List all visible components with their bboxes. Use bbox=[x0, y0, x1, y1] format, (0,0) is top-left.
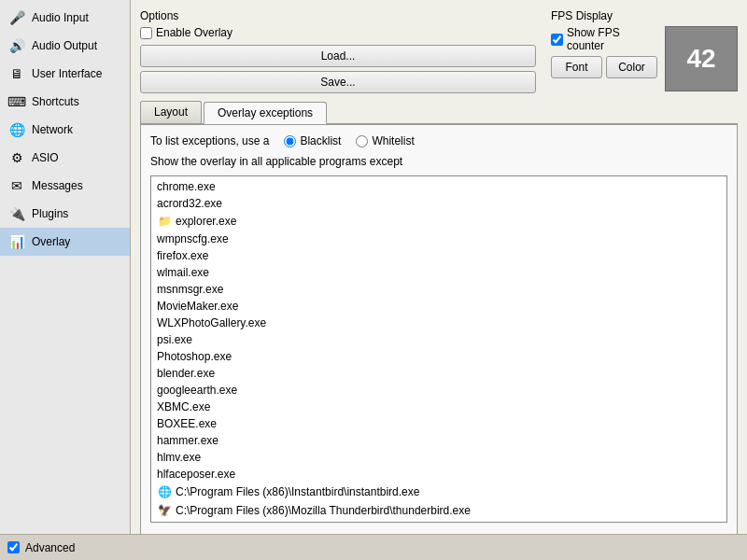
list-item[interactable]: XBMC.exe bbox=[153, 399, 725, 415]
sidebar-label-plugins: Plugins bbox=[32, 207, 68, 220]
exception-list[interactable]: chrome.exeacrord32.exe📁explorer.exewmpns… bbox=[150, 175, 727, 523]
list-item-name: hlfaceposer.exe bbox=[157, 468, 235, 481]
asio-icon: ⚙ bbox=[7, 148, 26, 167]
enable-overlay-row: Enable Overlay bbox=[140, 26, 536, 39]
list-item[interactable]: blender.exe bbox=[153, 365, 725, 382]
sidebar-label-asio: ASIO bbox=[32, 151, 59, 164]
options-title: Options bbox=[140, 9, 536, 22]
list-item-name: WLXPhotoGallery.exe bbox=[157, 316, 266, 329]
list-item-name: C:\Program Files (x86)\Mozilla Thunderbi… bbox=[176, 504, 471, 517]
fps-title: FPS Display bbox=[551, 9, 738, 22]
list-item[interactable]: wlmail.exe bbox=[153, 264, 725, 281]
audio-input-icon: 🎤 bbox=[7, 8, 26, 27]
list-item-name: psi.exe bbox=[157, 333, 192, 346]
sidebar-label-messages: Messages bbox=[32, 179, 83, 192]
fps-color-button[interactable]: Color bbox=[606, 56, 657, 78]
options-buttons: Load... Save... bbox=[140, 45, 536, 93]
top-row: Options Enable Overlay Load... Save... F… bbox=[140, 9, 738, 93]
options-section: Options Enable Overlay Load... Save... bbox=[140, 9, 536, 93]
load-button[interactable]: Load... bbox=[140, 45, 536, 67]
list-item-name: explorer.exe bbox=[176, 215, 236, 228]
tabs-row: Layout Overlay exceptions bbox=[140, 101, 738, 124]
sidebar-item-user-interface[interactable]: 🖥User Interface bbox=[0, 60, 130, 88]
fps-inner: Show FPS counter Font Color 42 bbox=[551, 26, 738, 91]
user-interface-icon: 🖥 bbox=[7, 64, 26, 83]
sidebar-label-network: Network bbox=[32, 123, 73, 136]
list-item-name: chrome.exe bbox=[157, 180, 216, 193]
list-item[interactable]: 🌐C:\Program Files (x86)\Instantbird\inst… bbox=[153, 483, 725, 501]
list-item[interactable]: Photoshop.exe bbox=[153, 348, 725, 365]
list-item[interactable]: firefox.exe bbox=[153, 247, 725, 264]
sidebar: 🎤Audio Input🔊Audio Output🖥User Interface… bbox=[0, 0, 131, 534]
list-item-name: MovieMaker.exe bbox=[157, 300, 238, 313]
sidebar-label-user-interface: User Interface bbox=[32, 67, 102, 80]
advanced-checkbox[interactable] bbox=[7, 541, 20, 553]
show-fps-row: Show FPS counter bbox=[551, 26, 657, 52]
tab-overlay-exceptions[interactable]: Overlay exceptions bbox=[204, 102, 327, 124]
sidebar-item-audio-input[interactable]: 🎤Audio Input bbox=[0, 4, 130, 32]
network-icon: 🌐 bbox=[7, 120, 26, 139]
overlay-exceptions-panel: To list exceptions, use a Blacklist Whit… bbox=[140, 124, 738, 534]
list-item[interactable]: 🦅C:\Program Files (x86)\Mozilla Thunderb… bbox=[153, 501, 725, 520]
sidebar-label-shortcuts: Shortcuts bbox=[32, 95, 79, 108]
list-item[interactable]: wmpnscfg.exe bbox=[153, 231, 725, 247]
list-item-name: BOXEE.exe bbox=[157, 417, 217, 430]
tab-layout[interactable]: Layout bbox=[140, 101, 202, 123]
list-item-name: Photoshop.exe bbox=[157, 350, 232, 363]
list-item-icon: 🌐 bbox=[157, 484, 172, 499]
list-item[interactable]: hlmv.exe bbox=[153, 449, 725, 466]
list-item-name: blender.exe bbox=[157, 367, 215, 380]
fps-section: FPS Display Show FPS counter Font Color bbox=[551, 9, 738, 93]
list-item[interactable]: BOXEE.exe bbox=[153, 415, 725, 432]
content-area: Options Enable Overlay Load... Save... F… bbox=[131, 0, 747, 534]
list-item-name: wmpnscfg.exe bbox=[157, 232, 229, 245]
save-button[interactable]: Save... bbox=[140, 71, 536, 93]
list-type-row: To list exceptions, use a Blacklist Whit… bbox=[150, 134, 727, 147]
list-item[interactable]: 📁explorer.exe bbox=[153, 212, 725, 231]
list-item-name: XBMC.exe bbox=[157, 400, 210, 413]
sidebar-item-overlay[interactable]: 📊Overlay bbox=[0, 228, 130, 256]
audio-output-icon: 🔊 bbox=[7, 36, 26, 55]
shortcuts-icon: ⌨ bbox=[7, 92, 26, 111]
enable-overlay-checkbox[interactable] bbox=[140, 27, 152, 39]
list-item[interactable]: hammer.exe bbox=[153, 432, 725, 449]
fps-font-button[interactable]: Font bbox=[551, 56, 602, 78]
list-item[interactable]: msnmsgr.exe bbox=[153, 281, 725, 298]
list-item[interactable]: googleearth.exe bbox=[153, 382, 725, 399]
list-item-name: msnmsgr.exe bbox=[157, 283, 223, 296]
list-item[interactable]: WLXPhotoGallery.exe bbox=[153, 315, 725, 331]
list-item[interactable]: psi.exe bbox=[153, 331, 725, 348]
whitelist-radio[interactable] bbox=[356, 135, 368, 147]
list-item-name: hammer.exe bbox=[157, 434, 218, 447]
enable-overlay-label: Enable Overlay bbox=[156, 26, 233, 39]
list-item[interactable]: hlfaceposer.exe bbox=[153, 466, 725, 483]
fps-value: 42 bbox=[686, 44, 715, 74]
sidebar-label-audio-output: Audio Output bbox=[32, 39, 97, 52]
sidebar-item-audio-output[interactable]: 🔊Audio Output bbox=[0, 32, 130, 60]
overlay-icon: 📊 bbox=[7, 232, 26, 251]
advanced-label: Advanced bbox=[25, 541, 75, 554]
sidebar-label-audio-input: Audio Input bbox=[32, 11, 89, 24]
list-item[interactable]: acrord32.exe bbox=[153, 195, 725, 212]
sidebar-label-overlay: Overlay bbox=[32, 235, 70, 248]
list-item-name: googleearth.exe bbox=[157, 384, 237, 397]
blacklist-radio[interactable] bbox=[284, 135, 296, 147]
list-item[interactable]: MovieMaker.exe bbox=[153, 298, 725, 315]
show-fps-label: Show FPS counter bbox=[567, 26, 657, 52]
sidebar-item-plugins[interactable]: 🔌Plugins bbox=[0, 200, 130, 228]
whitelist-option: Whitelist bbox=[356, 134, 414, 147]
sidebar-item-network[interactable]: 🌐Network bbox=[0, 116, 130, 144]
list-item-name: acrord32.exe bbox=[157, 197, 222, 210]
show-fps-checkbox[interactable] bbox=[551, 34, 563, 46]
list-item-name: C:\Program Files (x86)\Instantbird\insta… bbox=[176, 485, 419, 498]
list-item[interactable]: chrome.exe bbox=[153, 178, 725, 195]
sidebar-item-messages[interactable]: ✉Messages bbox=[0, 172, 130, 200]
sidebar-item-shortcuts[interactable]: ⌨Shortcuts bbox=[0, 88, 130, 116]
blacklist-option: Blacklist bbox=[284, 134, 341, 147]
sidebar-item-asio[interactable]: ⚙ASIO bbox=[0, 144, 130, 172]
list-item-icon: 📁 bbox=[157, 214, 172, 229]
show-overlay-label: Show the overlay in all applicable progr… bbox=[150, 155, 727, 168]
list-item-name: firefox.exe bbox=[157, 249, 208, 262]
fps-controls: Show FPS counter Font Color bbox=[551, 26, 657, 91]
to-list-label: To list exceptions, use a bbox=[150, 134, 269, 147]
